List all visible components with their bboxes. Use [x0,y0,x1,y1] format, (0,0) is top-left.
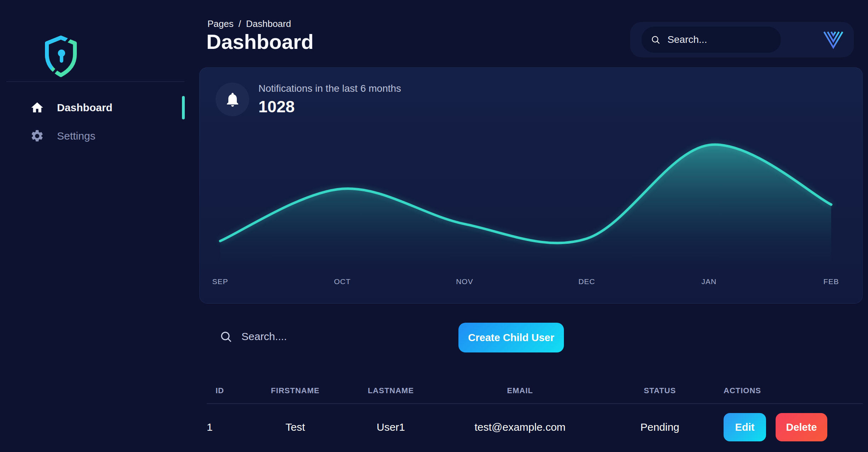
brand-v-icon [823,30,844,49]
sidebar: Dashboard Settings [0,0,186,452]
col-header-status: STATUS [596,386,724,395]
sidebar-item-label: Dashboard [57,102,113,114]
col-header-firstname: FIRSTNAME [253,386,338,395]
main-content: Pages / Dashboard Dashboard [186,0,868,452]
table-row: 1 Test User1 test@example.com Pending Ed… [207,404,863,451]
bell-icon-circle [216,83,249,116]
active-indicator [182,96,185,119]
home-icon [30,101,44,115]
sidebar-divider [6,81,184,82]
search-icon [651,34,660,45]
cell-email: test@example.com [444,421,596,433]
notifications-value: 1028 [258,97,401,116]
x-tick: JAN [701,277,716,286]
bell-icon [224,91,241,108]
breadcrumb-root[interactable]: Pages [207,18,234,29]
cell-firstname: Test [253,421,338,433]
x-tick: SEP [212,277,228,286]
shield-lock-logo [42,35,80,78]
notifications-card: Notifications in the last 6 months 1028 … [199,67,863,304]
chart-area-fill [220,145,831,265]
sidebar-item-dashboard[interactable]: Dashboard [0,94,186,122]
users-table: ID FIRSTNAME LASTNAME EMAIL STATUS ACTIO… [207,382,863,451]
breadcrumb-current: Dashboard [246,18,291,29]
cell-status: Pending [596,421,724,433]
x-tick: DEC [578,277,595,286]
sidebar-item-label: Settings [57,130,95,142]
breadcrumb-separator: / [239,18,241,29]
user-toolbar: Create Child User [199,312,863,358]
notifications-area-chart [220,140,831,267]
table-search[interactable] [219,330,404,343]
col-header-actions: ACTIONS [724,386,863,395]
cell-actions: Edit Delete [724,413,863,441]
col-header-lastname: LASTNAME [338,386,444,395]
sidebar-item-settings[interactable]: Settings [0,122,186,150]
notifications-label: Notifications in the last 6 months [258,83,401,94]
topbar-search[interactable] [641,27,781,53]
notifications-card-header: Notifications in the last 6 months 1028 [216,83,401,116]
create-child-user-button[interactable]: Create Child User [458,323,564,352]
search-icon [219,330,232,343]
x-tick: NOV [456,277,473,286]
page-title: Dashboard [206,30,314,53]
x-tick: FEB [823,277,839,286]
table-header-row: ID FIRSTNAME LASTNAME EMAIL STATUS ACTIO… [207,382,863,400]
chart-x-axis: SEP OCT NOV DEC JAN FEB [220,277,831,288]
cell-id: 1 [207,421,253,433]
search-input[interactable] [667,34,772,46]
x-tick: OCT [334,277,351,286]
breadcrumb: Pages / Dashboard [207,18,291,29]
col-header-email: EMAIL [444,386,596,395]
sidebar-nav: Dashboard Settings [0,94,186,150]
delete-button[interactable]: Delete [776,413,827,441]
table-search-input[interactable] [241,330,404,343]
gear-icon [30,129,44,143]
topbar-widget [630,22,854,57]
cell-lastname: User1 [338,421,444,433]
edit-button[interactable]: Edit [724,413,766,441]
col-header-id: ID [207,386,253,395]
